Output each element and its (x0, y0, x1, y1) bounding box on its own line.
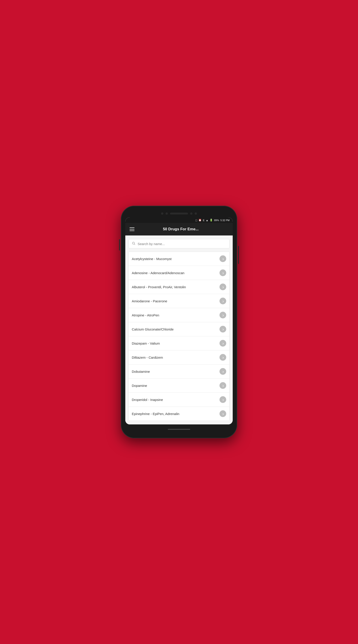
menu-button[interactable] (128, 226, 136, 233)
svg-point-0 (132, 242, 135, 244)
drug-name: Amiodarone - Pacerone (132, 299, 217, 303)
home-bar (168, 429, 190, 430)
hamburger-line-2 (130, 229, 135, 230)
svg-line-1 (134, 244, 135, 245)
search-container[interactable] (128, 239, 230, 248)
status-icons: ⎕ ⏰ E ▲ 🔋 89% 5:32 PM (196, 219, 230, 222)
drug-item[interactable]: Acetylcysteine - Mucomyst (129, 252, 229, 266)
hamburger-line-1 (130, 228, 135, 228)
drug-name: Adenosine - Adenocard/Adenoscan (132, 271, 217, 275)
drug-item[interactable]: Dopamine (129, 378, 229, 393)
chevron-icon (219, 270, 226, 276)
sensor-dot (195, 212, 197, 215)
time-display: 5:32 PM (220, 219, 230, 222)
chevron-icon (219, 298, 226, 304)
search-input[interactable] (138, 242, 226, 246)
drug-item[interactable]: Diltiazem - Cardizem (129, 350, 229, 364)
cast-icon: ⎕ (196, 219, 197, 222)
drug-name: Diltiazem - Cardizem (132, 356, 217, 359)
signal-icon: ▲ (206, 219, 208, 222)
camera-dot-left (161, 212, 163, 215)
phone-bottom (125, 427, 233, 432)
chevron-icon (219, 255, 226, 262)
drug-name: Acetylcysteine - Mucomyst (132, 257, 217, 261)
drug-name: Atropine - AtroPen (132, 313, 217, 317)
drug-name: Dobutamine (132, 370, 217, 374)
camera-area (125, 212, 233, 215)
drug-name: Epinephrine - EpiPen, Adrenalin (132, 412, 217, 416)
hamburger-line-3 (130, 230, 135, 231)
chevron-icon (219, 396, 226, 403)
drug-item[interactable]: Calcium Gluconate/Chloride (129, 322, 229, 336)
battery-icon: 🔋 (210, 219, 213, 222)
camera-dot-center (166, 212, 168, 215)
alarm-icon: ⏰ (198, 219, 202, 222)
battery-level: 89% (214, 219, 219, 222)
power-button (238, 246, 239, 264)
drug-name: Albuterol - Proventil, ProAir, Ventolin (132, 285, 217, 289)
drug-item[interactable]: Albuterol - Proventil, ProAir, Ventolin (129, 280, 229, 294)
app-bar: 50 Drugs For Eme... (125, 223, 233, 236)
network-type: E (203, 219, 204, 222)
chevron-icon (219, 354, 226, 361)
phone-screen: ⎕ ⏰ E ▲ 🔋 89% 5:32 PM 50 Drugs For Eme..… (125, 217, 233, 424)
camera-dot-right (190, 212, 192, 215)
drug-item[interactable]: Epinephrine - EpiPen, Adrenalin (129, 407, 229, 420)
chevron-icon (219, 382, 226, 389)
chevron-icon (219, 368, 226, 375)
chevron-icon (219, 284, 226, 290)
volume-button (119, 239, 120, 250)
search-icon (132, 242, 135, 246)
chevron-icon (219, 340, 226, 346)
drug-name: Calcium Gluconate/Chloride (132, 327, 217, 331)
drug-name: Droperidol - Inapsine (132, 398, 217, 402)
drug-name: Diazepam - Valium (132, 342, 217, 345)
drug-item[interactable]: Adenosine - Adenocard/Adenoscan (129, 266, 229, 280)
app-title: 50 Drugs For Eme... (139, 227, 230, 232)
drug-item[interactable]: Amiodarone - Pacerone (129, 294, 229, 308)
chevron-icon (219, 410, 226, 417)
drug-list: Acetylcysteine - Mucomyst Adenosine - Ad… (128, 252, 230, 421)
chevron-icon (219, 312, 226, 318)
speaker (170, 213, 188, 214)
drug-item[interactable]: Atropine - AtroPen (129, 308, 229, 322)
drug-item[interactable]: Droperidol - Inapsine (129, 393, 229, 407)
phone-device: ⎕ ⏰ E ▲ 🔋 89% 5:32 PM 50 Drugs For Eme..… (121, 206, 237, 438)
drug-name: Dopamine (132, 384, 217, 388)
drug-item[interactable]: Diazepam - Valium (129, 336, 229, 350)
status-bar: ⎕ ⏰ E ▲ 🔋 89% 5:32 PM (125, 217, 233, 223)
main-content: Acetylcysteine - Mucomyst Adenosine - Ad… (125, 236, 233, 424)
drug-item[interactable]: Dobutamine (129, 364, 229, 378)
chevron-icon (219, 326, 226, 332)
